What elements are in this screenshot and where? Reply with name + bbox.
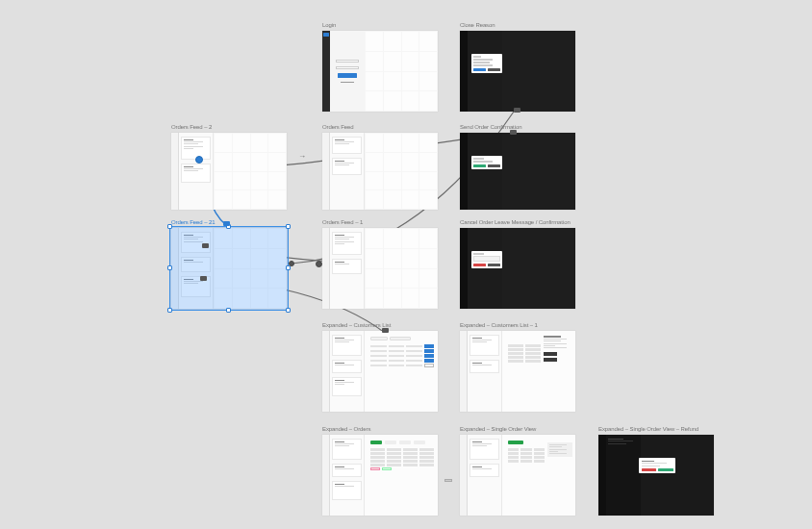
flow-arrow-icon: → (298, 152, 306, 161)
artboard-label: Orders Feed – 2 (171, 124, 212, 130)
content-grid (365, 133, 438, 210)
order-card[interactable] (469, 439, 499, 460)
table-row[interactable] (370, 448, 434, 451)
side-panel (468, 331, 502, 412)
filter-pill[interactable] (370, 337, 388, 340)
artboard-expanded-customers-list-1[interactable]: Expanded – Customers List – 1 (460, 331, 575, 412)
login-link[interactable] (341, 82, 354, 83)
table-row[interactable] (370, 354, 434, 358)
refund-modal[interactable] (639, 458, 675, 473)
flow-anchor[interactable] (200, 276, 207, 281)
order-card[interactable] (332, 439, 362, 460)
modal-dialog[interactable] (471, 251, 502, 268)
modal-cancel-order-button[interactable] (473, 264, 486, 266)
login-button[interactable] (338, 73, 357, 78)
order-card[interactable] (181, 232, 211, 253)
flow-node[interactable] (510, 130, 517, 135)
table-row[interactable] (370, 467, 434, 470)
tab-active[interactable] (370, 441, 382, 444)
modal-dialog[interactable] (471, 54, 502, 73)
table-row[interactable] (508, 460, 545, 463)
table-row[interactable] (370, 344, 434, 348)
order-card[interactable] (332, 360, 362, 373)
order-card[interactable] (181, 257, 211, 272)
filter-pill[interactable] (390, 337, 411, 340)
flow-anchor-source[interactable] (195, 156, 203, 164)
order-card[interactable] (332, 137, 362, 154)
table-row[interactable] (370, 456, 434, 459)
modal-textarea[interactable] (473, 256, 500, 262)
prototyping-canvas[interactable]: Login Close Reason (0, 0, 812, 529)
detail-button[interactable] (544, 352, 557, 356)
login-panel (330, 31, 365, 112)
flow-anchor-active[interactable] (223, 221, 230, 226)
tab[interactable] (414, 441, 425, 444)
login-input[interactable] (336, 66, 359, 69)
detail-button[interactable] (544, 358, 557, 362)
table-row[interactable] (508, 448, 545, 451)
table-row[interactable] (370, 349, 434, 353)
artboard-orders-feed-21-selected[interactable]: Orders Feed – 21 (171, 228, 287, 309)
flow-node[interactable] (382, 328, 389, 333)
artboard-login[interactable]: Login (322, 31, 438, 112)
row-action-button[interactable] (424, 349, 434, 353)
artboard-close-reason[interactable]: Close Reason (460, 31, 575, 112)
table-row[interactable] (508, 456, 545, 459)
artboard-expanded-orders[interactable]: Expanded – Orders (322, 435, 438, 516)
table-row[interactable] (370, 359, 434, 363)
table-row[interactable] (370, 464, 434, 466)
tab[interactable] (399, 441, 411, 444)
flow-node-hub[interactable] (289, 261, 294, 266)
refund-cancel-button[interactable] (642, 468, 657, 471)
flow-node[interactable] (514, 108, 520, 113)
order-card[interactable] (181, 164, 211, 183)
artboard-orders-feed-2[interactable]: Orders Feed – 2 (171, 133, 287, 210)
side-panel (330, 435, 365, 516)
order-card[interactable] (469, 335, 499, 356)
order-card[interactable] (332, 335, 362, 356)
row-action-button[interactable] (424, 359, 434, 363)
modal-cancel-button[interactable] (488, 68, 500, 71)
order-card[interactable] (332, 464, 362, 477)
order-card[interactable] (469, 464, 499, 477)
artboard-expanded-single-order-refund[interactable]: Expanded – Single Order View – Refund (598, 435, 714, 516)
artboard-orders-feed[interactable]: Orders Feed (322, 133, 438, 210)
order-card[interactable] (332, 232, 362, 255)
login-input[interactable] (336, 60, 359, 63)
order-card[interactable] (332, 481, 362, 500)
artboard-send-order-confirmation[interactable]: Send Order Confirmation (460, 133, 575, 210)
refund-confirm-button[interactable] (658, 468, 673, 471)
tab-active[interactable] (508, 441, 523, 444)
order-card[interactable] (332, 377, 362, 396)
modal-cancel-button[interactable] (488, 164, 500, 167)
tab[interactable] (385, 441, 396, 444)
artboard-expanded-customers-list[interactable]: Expanded – Customers List (322, 331, 438, 412)
table-row[interactable] (370, 364, 434, 367)
modal-send-button[interactable] (473, 164, 486, 167)
order-card[interactable] (332, 158, 362, 175)
row-action-button[interactable] (424, 344, 434, 348)
flow-anchor[interactable] (202, 243, 209, 248)
table-row[interactable] (370, 452, 434, 455)
row-action-button[interactable] (424, 354, 434, 358)
artboard-label: Expanded – Customers List (322, 322, 391, 328)
table-row[interactable] (508, 348, 541, 351)
modal-confirm-button[interactable] (473, 68, 486, 71)
table-row[interactable] (508, 352, 541, 355)
modal-dialog[interactable] (471, 156, 502, 169)
flow-node-target[interactable] (316, 261, 322, 267)
table-row[interactable] (508, 344, 541, 347)
table-row[interactable] (508, 356, 541, 359)
table-row[interactable] (370, 460, 434, 463)
artboard-label: Orders Feed (322, 124, 354, 130)
artboard-expanded-single-order-view[interactable]: Expanded – Single Order View (460, 435, 575, 516)
artboard-orders-feed-1[interactable]: Orders Feed – 1 (322, 228, 438, 309)
modal-dismiss-button[interactable] (488, 264, 500, 266)
order-card[interactable] (469, 360, 499, 373)
table-row[interactable] (508, 452, 545, 455)
order-card[interactable] (332, 259, 362, 274)
row-action-button[interactable] (424, 364, 434, 367)
artboard-label: Expanded – Orders (322, 426, 370, 432)
artboard-cancel-order[interactable]: Cancel Order Leave Message / Confirmatio… (460, 228, 575, 309)
table-row[interactable] (508, 360, 541, 363)
